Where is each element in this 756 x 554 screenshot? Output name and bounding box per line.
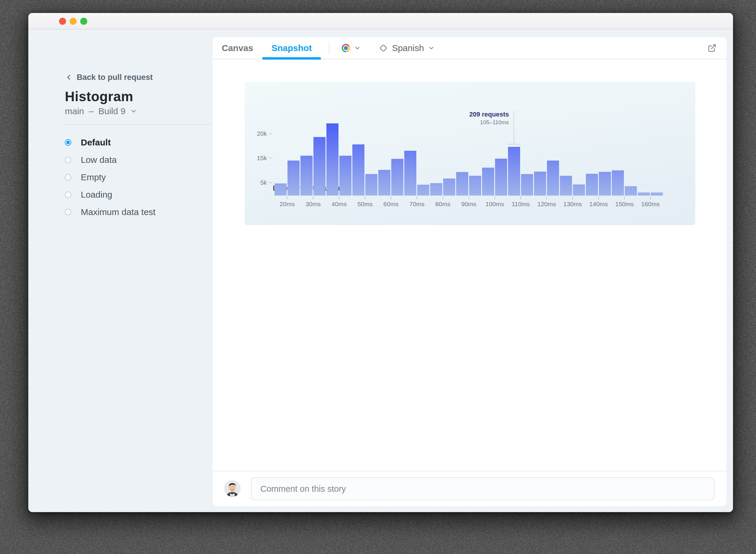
- x-axis-tick-mark: [313, 197, 313, 200]
- x-axis-tick-label: 140ms: [585, 201, 612, 208]
- annotation-value: 209 requests: [469, 110, 509, 119]
- radio-selected-icon[interactable]: [65, 139, 71, 146]
- window-titlebar: [28, 13, 733, 30]
- x-axis-tick-label: 50ms: [352, 201, 378, 208]
- story-title: Histogram: [65, 89, 133, 104]
- x-axis-tick-label: 80ms: [430, 201, 456, 208]
- tab-snapshot[interactable]: Snapshot: [262, 37, 321, 59]
- x-axis-tick-mark: [624, 197, 625, 200]
- footer-divider: [212, 471, 727, 472]
- open-external-icon[interactable]: [708, 44, 716, 53]
- branch-name: main: [65, 106, 84, 116]
- radio-icon[interactable]: [65, 174, 71, 180]
- x-axis-tick-mark: [391, 197, 391, 200]
- y-axis-tick-label: 15k: [245, 155, 267, 162]
- story-option-low-data[interactable]: Low data: [65, 151, 212, 168]
- chrome-browser-icon: [342, 44, 350, 52]
- x-axis-tick-mark: [546, 197, 547, 200]
- x-axis-tick-label: 160ms: [637, 201, 664, 208]
- x-axis-tick-mark: [365, 197, 365, 200]
- story-option-label: Loading: [81, 190, 112, 200]
- story-option-loading[interactable]: Loading: [65, 186, 212, 203]
- x-axis-tick-mark: [287, 197, 288, 200]
- avatar: [224, 480, 241, 497]
- y-axis-tick-label: 20k: [245, 130, 267, 137]
- active-tab-underline: [262, 57, 321, 60]
- x-axis-tick-mark: [520, 197, 521, 200]
- y-axis-tick-label: 5k: [245, 179, 267, 186]
- x-axis-tick-label: 110ms: [508, 201, 534, 208]
- x-axis-tick-mark: [417, 197, 417, 200]
- y-axis-tick-mark: [269, 133, 272, 134]
- x-axis-tick-label: 90ms: [456, 201, 482, 208]
- annotation-pointer-line: [514, 111, 514, 144]
- back-to-pull-request-link[interactable]: Back to pull request: [65, 71, 153, 83]
- tab-snapshot-label: Snapshot: [271, 43, 312, 53]
- x-axis-tick-mark: [339, 197, 339, 200]
- annotation: 209 requests 105–110ms: [469, 110, 509, 126]
- x-axis-tick-label: 70ms: [404, 201, 430, 208]
- y-axis-tick-mark: [269, 158, 272, 158]
- x-axis-tick-label: 150ms: [612, 201, 637, 208]
- snapshot-panel: Canvas Snapshot Spanish: [212, 37, 727, 506]
- chevron-down-icon: [130, 108, 137, 115]
- tab-canvas[interactable]: Canvas: [212, 37, 262, 59]
- radio-icon[interactable]: [65, 157, 71, 163]
- x-axis-tick-mark: [468, 197, 469, 200]
- x-axis-tick-mark: [598, 197, 599, 200]
- story-option-label: Empty: [81, 172, 106, 182]
- branch-build-separator: –: [89, 106, 94, 116]
- x-axis-tick-mark: [650, 197, 651, 200]
- tab-bar: Canvas Snapshot Spanish: [212, 37, 727, 59]
- window-controls: [59, 18, 87, 25]
- x-axis-tick-label: 20ms: [274, 201, 300, 208]
- x-axis-tick-mark: [495, 197, 495, 200]
- radio-icon[interactable]: [65, 209, 71, 215]
- y-axis-tick-mark: [269, 182, 272, 183]
- locale-dropdown[interactable]: Spanish: [379, 43, 434, 53]
- radio-icon[interactable]: [65, 191, 71, 198]
- histogram-bars: [274, 123, 663, 196]
- story-option-empty[interactable]: Empty: [65, 168, 212, 186]
- x-axis-tick-mark: [443, 197, 443, 200]
- x-axis-tick-label: 130ms: [560, 201, 585, 208]
- story-variant-list: DefaultLow dataEmptyLoadingMaximum data …: [65, 133, 212, 221]
- story-option-label: Default: [81, 137, 111, 148]
- story-option-label: Low data: [81, 155, 117, 165]
- x-axis-tick-mark: [572, 197, 573, 200]
- chevron-left-icon: [65, 73, 72, 81]
- back-label: Back to pull request: [77, 73, 153, 82]
- x-axis-tick-label: 30ms: [300, 201, 326, 208]
- x-axis-tick-label: 40ms: [326, 201, 352, 208]
- latency-histogram-chart: Latency distribution 209 requests 105–11…: [245, 82, 695, 225]
- x-axis-tick-label: 100ms: [482, 201, 508, 208]
- minimize-window-button[interactable]: [70, 18, 77, 25]
- build-number: Build 9: [99, 106, 126, 116]
- browser-dropdown[interactable]: [342, 44, 361, 52]
- story-option-maximum-data-test[interactable]: Maximum data test: [65, 203, 212, 221]
- tabbar-divider: [329, 42, 329, 54]
- avatar-photo: [224, 480, 241, 497]
- zoom-window-button[interactable]: [80, 18, 87, 25]
- sidebar: Back to pull request Histogram main – Bu…: [28, 30, 212, 512]
- story-option-label: Maximum data test: [81, 207, 155, 217]
- app-window: Back to pull request Histogram main – Bu…: [28, 13, 733, 512]
- comment-input[interactable]: [251, 477, 714, 500]
- locale-diamond-icon: [379, 44, 388, 53]
- annotation-pointer-cap: [507, 144, 520, 145]
- chevron-down-icon: [354, 45, 361, 51]
- story-option-default[interactable]: Default: [65, 133, 212, 151]
- chevron-down-icon: [428, 45, 435, 51]
- x-axis-tick-label: 60ms: [378, 201, 404, 208]
- locale-label: Spanish: [392, 43, 424, 53]
- build-selector[interactable]: main – Build 9: [65, 106, 137, 117]
- sidebar-divider: [65, 124, 234, 125]
- close-window-button[interactable]: [59, 18, 66, 25]
- tab-canvas-label: Canvas: [222, 43, 253, 53]
- x-axis-tick-label: 120ms: [534, 201, 560, 208]
- annotation-range: 105–110ms: [469, 119, 509, 126]
